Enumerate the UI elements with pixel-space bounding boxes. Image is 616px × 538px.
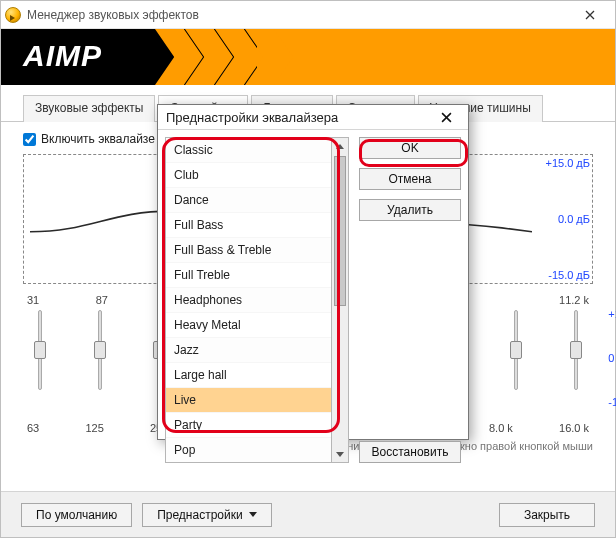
presets-button-label: Преднастройки [157, 508, 243, 522]
list-item[interactable]: Club [166, 162, 331, 187]
app-window: Менеджер звуковых эффектов AIMP Звуковые… [0, 0, 616, 538]
dialog-title: Преднастройки эквалайзера [166, 110, 432, 125]
scale-bottom: -15.0 дБ [545, 269, 590, 281]
tab-sound-effects[interactable]: Звуковые эффекты [23, 95, 155, 122]
list-item[interactable]: Dance [166, 187, 331, 212]
list-item[interactable]: Heavy Metal [166, 312, 331, 337]
freq-label: 63 [27, 422, 39, 434]
defaults-button[interactable]: По умолчанию [21, 503, 132, 527]
delete-button[interactable]: Удалить [359, 199, 461, 221]
eq-graph-scale: +15.0 дБ 0.0 дБ -15.0 дБ [545, 157, 590, 281]
list-item[interactable]: Large hall [166, 362, 331, 387]
dialog-buttons: OK Отмена Удалить Восстановить [359, 137, 461, 463]
brand-banner: AIMP [1, 29, 615, 85]
scale-top: +15.0 дБ [545, 157, 590, 169]
list-scrollbar[interactable] [332, 137, 349, 463]
slider-side-scale: +15 0 -15 [608, 308, 616, 408]
list-item[interactable]: Headphones [166, 287, 331, 312]
scale-mid: 0.0 дБ [545, 213, 590, 225]
list-item[interactable]: Full Bass [166, 212, 331, 237]
close-window-button[interactable] [569, 1, 611, 29]
scroll-up-icon[interactable] [332, 138, 348, 154]
brand-chevrons [155, 29, 615, 85]
ok-button[interactable]: OK [359, 137, 461, 159]
list-item[interactable]: Full Bass & Treble [166, 237, 331, 262]
eq-slider[interactable] [561, 308, 591, 420]
freq-label: 87 [96, 294, 108, 306]
window-title: Менеджер звуковых эффектов [27, 8, 569, 22]
dialog-titlebar: Преднастройки эквалайзера [158, 105, 468, 130]
app-icon [5, 7, 21, 23]
preset-listbox[interactable]: Classic Club Dance Full Bass Full Bass &… [165, 137, 332, 463]
list-item[interactable]: Party [166, 412, 331, 437]
preset-listwrap: Classic Club Dance Full Bass Full Bass &… [165, 137, 349, 463]
titlebar: Менеджер звуковых эффектов [1, 1, 615, 29]
scale-zero: 0 [608, 352, 616, 364]
scroll-thumb[interactable] [334, 156, 346, 306]
caret-down-icon [249, 512, 257, 517]
freq-label: 31 [27, 294, 39, 306]
presets-dialog: Преднастройки эквалайзера Classic Club D… [157, 104, 469, 440]
eq-slider[interactable] [501, 308, 531, 420]
freq-label: 16.0 k [559, 422, 589, 434]
enable-equalizer-label: Включить эквалайзе [41, 132, 155, 146]
list-item[interactable]: Pop [166, 437, 331, 462]
scale-plus: +15 [608, 308, 616, 320]
list-item[interactable]: Jazz [166, 337, 331, 362]
close-button[interactable]: Закрыть [499, 503, 595, 527]
eq-slider[interactable] [25, 308, 55, 420]
list-item[interactable]: Classic [166, 138, 331, 162]
restore-button[interactable]: Восстановить [359, 441, 461, 463]
freq-label: 125 [85, 422, 103, 434]
presets-button[interactable]: Преднастройки [142, 503, 272, 527]
enable-equalizer-checkbox[interactable] [23, 133, 36, 146]
footer: По умолчанию Преднастройки Закрыть [1, 491, 615, 537]
eq-slider[interactable] [85, 308, 115, 420]
app-name: AIMP [23, 39, 102, 73]
list-item[interactable]: Full Treble [166, 262, 331, 287]
dialog-close-button[interactable] [432, 105, 460, 129]
list-item[interactable]: Live [166, 387, 331, 412]
freq-label: 8.0 k [489, 422, 513, 434]
cancel-button[interactable]: Отмена [359, 168, 461, 190]
freq-label: 11.2 k [559, 294, 589, 306]
scale-minus: -15 [608, 396, 616, 408]
scroll-down-icon[interactable] [332, 446, 348, 462]
